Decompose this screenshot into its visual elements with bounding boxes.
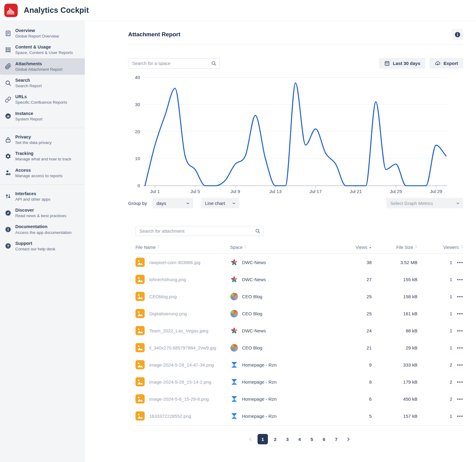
sidebar-item-label: Access bbox=[15, 167, 63, 173]
row-actions-button[interactable]: ••• bbox=[455, 362, 463, 367]
export-label: Export bbox=[443, 61, 458, 66]
file-size-value: 155 kB bbox=[372, 277, 417, 282]
sidebar-item-discover[interactable]: DiscoverRead news & best practices bbox=[0, 205, 85, 221]
row-actions-button[interactable]: ••• bbox=[455, 396, 463, 402]
page-button-4[interactable]: 4 bbox=[295, 434, 305, 444]
sidebar-item-privacy[interactable]: PrivacySet the data privacy bbox=[0, 131, 85, 148]
sidebar-item-documentation[interactable]: DocumentationAccess the app documentatio… bbox=[0, 221, 85, 238]
column-label: Space bbox=[230, 245, 243, 250]
sidebar-item-content-usage[interactable]: Content & UsageSpace, Content & User Rep… bbox=[0, 41, 85, 58]
file-size-value: 29 kB bbox=[372, 345, 417, 350]
export-button[interactable]: Export bbox=[430, 58, 463, 69]
sidebar-item-attachments[interactable]: AttachmentsGlobal Attachment Report bbox=[0, 58, 85, 75]
table-row: Team_2022_Las_Vegas.jpegDWC-News2488 kB1… bbox=[135, 322, 463, 339]
space-name: Homepage - Rzn bbox=[242, 379, 276, 385]
column-header-viewers[interactable]: Viewers bbox=[417, 245, 463, 250]
table-row: rawpixel-com-303966.jpgDWC-News383.52 MB… bbox=[135, 254, 463, 271]
image-file-icon bbox=[135, 343, 145, 352]
sidebar-item-sublabel: Contact our help desk bbox=[15, 247, 55, 252]
image-file-icon bbox=[135, 275, 145, 284]
viewers-value: 2 bbox=[450, 396, 452, 402]
previous-page-button[interactable] bbox=[246, 434, 255, 444]
file-size-value: 88 kB bbox=[372, 328, 417, 333]
attachment-search-input[interactable] bbox=[139, 228, 255, 234]
search-icon bbox=[5, 80, 11, 86]
sidebar-item-label: URLs bbox=[15, 94, 67, 99]
sidebar-item-label: Privacy bbox=[15, 134, 52, 140]
viewers-value: 1 bbox=[450, 345, 452, 350]
search-icon bbox=[211, 61, 216, 66]
svg-text:20: 20 bbox=[135, 129, 140, 134]
sidebar-item-interfaces[interactable]: InterfacesAPI and other apps bbox=[0, 188, 85, 205]
page-button-2[interactable]: 2 bbox=[270, 434, 280, 444]
column-header-views[interactable]: Views bbox=[335, 245, 372, 250]
column-header-file-name[interactable]: File Name bbox=[135, 245, 230, 250]
row-actions-button[interactable]: ••• bbox=[455, 260, 463, 265]
space-search bbox=[128, 58, 220, 69]
column-label: File Name bbox=[135, 245, 156, 250]
space-name: DWC-News bbox=[242, 328, 266, 333]
sidebar-item-sublabel: System Report bbox=[15, 117, 42, 122]
group-by-select[interactable]: days bbox=[153, 198, 193, 208]
file-size-value: 179 kB bbox=[372, 379, 417, 385]
page-button-7[interactable]: 7 bbox=[331, 434, 341, 444]
page-button-5[interactable]: 5 bbox=[307, 434, 317, 444]
file-name: Team_2022_Las_Vegas.jpeg bbox=[149, 328, 208, 333]
svg-text:?: ? bbox=[7, 244, 9, 248]
row-actions-button[interactable]: ••• bbox=[455, 277, 463, 282]
sidebar-item-label: Instance bbox=[15, 111, 42, 116]
views-value: 6 bbox=[335, 396, 372, 402]
row-actions-button[interactable]: ••• bbox=[455, 311, 463, 316]
row-actions-button[interactable]: ••• bbox=[455, 414, 463, 419]
graph-metrics-select[interactable]: Select Graph Metrics bbox=[386, 198, 463, 208]
sidebar-item-overview[interactable]: OverviewGlobal Report Overview bbox=[0, 25, 85, 41]
column-header-space[interactable]: Space bbox=[230, 245, 335, 250]
sidebar-item-label: Search bbox=[15, 77, 42, 83]
file-name: il_340x270.685797884_2vw9.jpg bbox=[149, 345, 216, 350]
sidebar-item-support[interactable]: ?SupportContact our help desk bbox=[0, 238, 85, 254]
row-actions-button[interactable]: ••• bbox=[455, 379, 463, 385]
page-button-1[interactable]: 1 bbox=[258, 434, 268, 444]
column-label: File Size bbox=[396, 245, 413, 250]
sort-icon bbox=[157, 245, 160, 250]
table-row: CEOblog.pngCEO Blog25158 kB1••• bbox=[135, 288, 463, 305]
sidebar-item-tracking[interactable]: TrackingManage what and how to track bbox=[0, 148, 85, 164]
file-name: 1633372228552.png bbox=[149, 414, 191, 419]
svg-text:Jul 13: Jul 13 bbox=[269, 189, 282, 194]
row-actions-button[interactable]: ••• bbox=[455, 345, 463, 350]
paperclip-icon bbox=[5, 63, 11, 70]
sidebar-item-urls[interactable]: URLsSpecific Confluence Reports bbox=[0, 91, 85, 108]
date-range-button[interactable]: Last 30 days bbox=[379, 58, 425, 69]
row-actions-button[interactable]: ••• bbox=[455, 328, 463, 333]
sidebar-item-instance[interactable]: InstanceSystem Report bbox=[0, 108, 85, 124]
table-row: image-2024-5-28_14-47-34.pngHomepage - R… bbox=[135, 356, 463, 373]
calendar-icon bbox=[384, 60, 390, 66]
views-value: 5 bbox=[335, 414, 372, 419]
svg-text:Jul 9: Jul 9 bbox=[230, 189, 240, 194]
space-logo-dwc-icon bbox=[230, 258, 238, 266]
image-file-icon bbox=[135, 411, 145, 421]
file-name: lohnerhöhung.png bbox=[149, 277, 186, 282]
space-logo-dwc-news bbox=[230, 327, 238, 335]
sidebar-item-sublabel: Manage access to reports bbox=[15, 174, 63, 178]
info-circle-icon bbox=[5, 226, 11, 233]
image-file-icon bbox=[135, 360, 145, 369]
sidebar-item-label: Interfaces bbox=[15, 191, 51, 196]
svg-text:Jul 29: Jul 29 bbox=[430, 189, 442, 194]
sidebar-item-search[interactable]: SearchSearch Report bbox=[0, 75, 85, 91]
file-name: Digitalisierung.png bbox=[149, 311, 187, 316]
page-button-3[interactable]: 3 bbox=[283, 434, 292, 444]
page-button-6[interactable]: 6 bbox=[319, 434, 329, 444]
sidebar-item-sublabel: API and other apps bbox=[15, 197, 51, 202]
sidebar-item-label: Content & Usage bbox=[15, 44, 73, 50]
next-page-button[interactable] bbox=[344, 434, 353, 444]
row-actions-button[interactable]: ••• bbox=[455, 294, 463, 299]
report-info-button[interactable] bbox=[452, 29, 463, 40]
space-search-input[interactable] bbox=[132, 61, 211, 66]
header-divider bbox=[128, 44, 463, 45]
viewers-value: 1 bbox=[450, 260, 452, 265]
table-row: lohnerhöhung.pngDWC-News27155 kB1••• bbox=[135, 271, 463, 288]
column-header-file-size[interactable]: File Size bbox=[372, 245, 417, 250]
chart-type-select[interactable]: Line chart bbox=[201, 198, 239, 208]
sidebar-item-access[interactable]: AccessManage access to reports bbox=[0, 165, 85, 181]
